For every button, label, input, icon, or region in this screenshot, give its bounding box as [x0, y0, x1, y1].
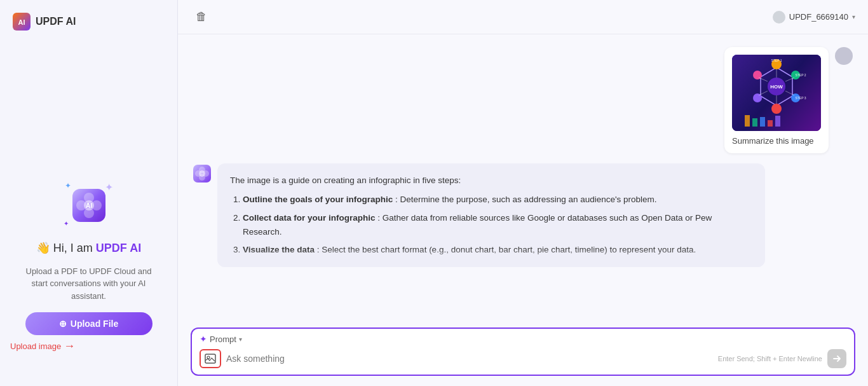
- ai-step-2-bold: Collect data for your infographic: [243, 213, 376, 223]
- ai-step-1-rest: : Determine the purpose, such as address…: [393, 195, 656, 204]
- message-caption: Summarize this image: [732, 136, 814, 146]
- ai-message: The image is a guide on creating an info…: [193, 163, 765, 267]
- prompt-chevron-icon: ▾: [239, 336, 242, 343]
- svg-text:STEP 3: STEP 3: [795, 96, 806, 100]
- sparkle-top-left-icon: ✦: [65, 181, 71, 190]
- svg-rect-31: [768, 120, 773, 127]
- upload-btn-label: Upload File: [71, 319, 118, 329]
- infographic-visual: HOW STEP 1 STEP 2: [732, 55, 821, 131]
- user-info[interactable]: UPDF_6669140 ▾: [773, 11, 855, 24]
- svg-text:AI: AI: [18, 18, 25, 26]
- user-avatar-chat: [835, 47, 853, 65]
- ai-step-3-rest: : Select the best chart format (e.g., do…: [315, 245, 696, 254]
- svg-point-14: [771, 104, 782, 114]
- greeting-text: 👋 Hi, I am UPDF AI: [36, 241, 141, 255]
- upload-plus-icon: ⊕: [59, 319, 67, 329]
- sidebar-logo: AI UPDF AI: [13, 13, 76, 31]
- chat-area: HOW STEP 1 STEP 2: [178, 34, 868, 320]
- user-avatar: [773, 11, 785, 24]
- ai-step-1-bold: Outline the goals of your infographic: [243, 195, 393, 204]
- user-id-label: UPDF_6669140: [789, 12, 848, 22]
- sparkle-bottom-left-icon: ✦: [64, 220, 69, 227]
- ai-step-3-bold: Visualize the data: [243, 245, 315, 254]
- svg-text:STEP 2: STEP 2: [795, 73, 806, 77]
- input-hint-text: Enter Send; Shift + Enter Newline: [718, 355, 822, 362]
- prompt-label: Prompt: [210, 334, 236, 344]
- user-message: HOW STEP 1 STEP 2: [724, 47, 853, 153]
- trash-icon: 🗑: [196, 10, 207, 23]
- send-button[interactable]: [827, 349, 846, 368]
- svg-rect-29: [752, 118, 757, 127]
- logo-sparkle-container: ✦ ✦ ✦ AI: [64, 180, 114, 231]
- ai-steps-list: Outline the goals of your infographic : …: [230, 193, 752, 257]
- updf-main-logo: AI: [72, 189, 105, 222]
- upload-image-label: Upload image: [10, 341, 61, 351]
- brand-name: UPDF AI: [96, 242, 141, 254]
- clear-chat-button[interactable]: 🗑: [191, 8, 212, 26]
- user-message-row: HOW STEP 1 STEP 2: [724, 47, 853, 153]
- input-area: ✦ Prompt ▾ Enter Send; Shift + Enter New…: [178, 320, 868, 386]
- svg-rect-28: [745, 115, 750, 127]
- svg-rect-32: [775, 116, 780, 127]
- ai-step-2: Collect data for your infographic : Gath…: [243, 211, 752, 240]
- main-header: 🗑 UPDF_6669140 ▾: [178, 0, 868, 34]
- sidebar: AI UPDF AI ✦ ✦ ✦: [0, 0, 178, 386]
- prompt-toolbar: ✦ Prompt ▾: [192, 329, 854, 347]
- image-upload-button[interactable]: [200, 349, 221, 368]
- updf-logo-icon: AI: [13, 13, 31, 31]
- input-container: ✦ Prompt ▾ Enter Send; Shift + Enter New…: [191, 327, 855, 376]
- upload-file-button[interactable]: ⊕ Upload File: [25, 312, 153, 335]
- ai-step-1: Outline the goals of your infographic : …: [243, 193, 752, 207]
- subtitle-text: Upload a PDF to UPDF Cloud and start con…: [25, 265, 153, 303]
- infographic-svg: HOW STEP 1 STEP 2: [732, 55, 821, 131]
- ai-response-bubble: The image is a guide on creating an info…: [217, 163, 765, 267]
- svg-rect-39: [205, 354, 215, 363]
- main-panel: 🗑 UPDF_6669140 ▾: [178, 0, 868, 386]
- image-upload-icon: [205, 354, 216, 364]
- logo-text: UPDF AI: [36, 16, 76, 27]
- arrow-right-icon: →: [64, 340, 75, 353]
- svg-text:STEP 1: STEP 1: [771, 59, 782, 62]
- chevron-down-icon: ▾: [852, 13, 855, 20]
- sidebar-center-content: ✦ ✦ ✦ AI: [25, 180, 153, 336]
- ai-step-3: Visualize the data : Select the best cha…: [243, 243, 752, 257]
- chat-input[interactable]: [226, 354, 713, 364]
- svg-text:AI: AI: [86, 202, 92, 209]
- svg-point-40: [207, 356, 210, 359]
- prompt-sparkle-icon: ✦: [200, 334, 207, 344]
- ai-response-intro: The image is a guide on creating an info…: [230, 174, 752, 188]
- svg-text:HOW: HOW: [770, 84, 783, 90]
- input-row: Enter Send; Shift + Enter Newline: [192, 347, 854, 375]
- svg-rect-30: [760, 117, 765, 127]
- svg-point-38: [199, 170, 205, 177]
- sparkle-top-right-icon: ✦: [105, 181, 113, 193]
- ai-avatar-icon: [193, 165, 211, 183]
- upload-image-annotation: Upload image →: [10, 340, 75, 353]
- send-icon: [832, 354, 841, 363]
- uploaded-image-preview: HOW STEP 1 STEP 2: [732, 55, 821, 131]
- image-preview-card: HOW STEP 1 STEP 2: [724, 47, 829, 153]
